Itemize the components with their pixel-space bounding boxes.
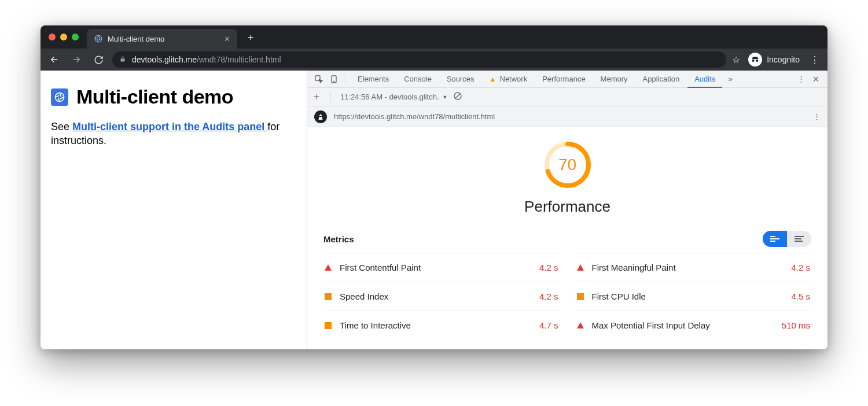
- incognito-indicator[interactable]: Incognito: [748, 53, 800, 67]
- square-icon: [325, 322, 332, 329]
- close-window-button[interactable]: [49, 34, 56, 40]
- metrics-header: Metrics: [323, 231, 811, 253]
- score-gauge: 70 Performance: [323, 140, 811, 216]
- audit-url: https://devtools.glitch.me/wndt78/multic…: [334, 112, 495, 121]
- browser-window: Multi-client demo ✕ ＋ devtools.glitch.me…: [41, 25, 827, 349]
- report-menu-icon[interactable]: ⋮: [813, 112, 821, 121]
- maximize-window-button[interactable]: [72, 34, 79, 40]
- close-devtools-icon[interactable]: ✕: [809, 75, 823, 84]
- tab-audits[interactable]: Audits: [687, 71, 722, 88]
- lock-icon: [119, 56, 126, 64]
- metric-row[interactable]: Max Potential First Input Delay510 ms: [576, 311, 812, 339]
- page-content: Multi-client demo See Multi-client suppo…: [41, 71, 307, 349]
- metrics-column-left: First Contentful Paint4.2 sSpeed Index4.…: [323, 253, 560, 339]
- metric-name: First Contentful Paint: [340, 263, 531, 272]
- svg-point-0: [95, 35, 102, 42]
- view-expanded-button[interactable]: [763, 231, 787, 247]
- view-compact-button[interactable]: [787, 231, 811, 247]
- minimize-window-button[interactable]: [60, 34, 67, 40]
- metric-row[interactable]: First Contentful Paint4.2 s: [323, 253, 560, 282]
- square-icon: [325, 293, 332, 300]
- incognito-icon: [748, 53, 762, 67]
- toolbar: devtools.glitch.me/wndt78/multiclient.ht…: [41, 49, 827, 71]
- score-value: 70: [543, 140, 593, 190]
- forward-button[interactable]: [68, 51, 84, 68]
- svg-point-2: [56, 93, 64, 101]
- inspect-element-icon[interactable]: [312, 72, 326, 86]
- window-controls: [49, 34, 79, 40]
- new-audit-button[interactable]: ＋: [312, 91, 321, 103]
- metric-value: 4.5 s: [791, 291, 810, 301]
- metric-value: 510 ms: [782, 320, 810, 330]
- metrics-view-toggle: [763, 231, 811, 247]
- separator: [345, 74, 346, 84]
- dropdown-label: 11:24:56 AM - devtools.glitch.: [340, 93, 439, 101]
- browser-tab[interactable]: Multi-client demo ✕: [87, 29, 237, 49]
- device-toggle-icon[interactable]: [327, 72, 341, 86]
- metric-row[interactable]: First Meaningful Paint4.2 s: [576, 253, 812, 282]
- metric-name: First Meaningful Paint: [592, 263, 784, 272]
- separator: [330, 92, 331, 102]
- metric-row[interactable]: First CPU Idle4.5 s: [576, 282, 812, 311]
- browser-menu-icon[interactable]: ⋮: [808, 54, 822, 65]
- chevron-down-icon: ▼: [443, 94, 448, 100]
- bookmark-icon[interactable]: ☆: [732, 54, 740, 65]
- close-tab-icon[interactable]: ✕: [224, 35, 230, 43]
- audit-body: 70 Performance Metrics: [307, 127, 827, 349]
- devtools-panel: Elements Console Sources ▲Network Perfor…: [307, 71, 827, 349]
- metrics-grid: First Contentful Paint4.2 sSpeed Index4.…: [323, 253, 811, 339]
- metrics-column-right: First Meaningful Paint4.2 sFirst CPU Idl…: [576, 253, 812, 339]
- audit-report-dropdown[interactable]: 11:24:56 AM - devtools.glitch. ▼: [340, 93, 447, 101]
- metric-value: 4.2 s: [539, 263, 558, 272]
- metrics-label: Metrics: [323, 234, 354, 244]
- tab-sources[interactable]: Sources: [440, 71, 481, 88]
- viewport: Multi-client demo See Multi-client suppo…: [41, 71, 827, 349]
- clear-icon[interactable]: [453, 91, 462, 102]
- titlebar: Multi-client demo ✕ ＋: [41, 25, 827, 49]
- aperture-icon: [94, 34, 103, 43]
- devtools-tabstrip: Elements Console Sources ▲Network Perfor…: [307, 71, 827, 88]
- address-bar[interactable]: devtools.glitch.me/wndt78/multiclient.ht…: [112, 51, 726, 68]
- warning-icon: ▲: [490, 75, 496, 83]
- page-title: Multi-client demo: [76, 86, 233, 108]
- audits-panel-link[interactable]: Multi-client support in the Audits panel: [72, 121, 267, 132]
- metric-name: Speed Index: [340, 291, 531, 301]
- back-button[interactable]: [46, 51, 62, 68]
- text: See: [51, 121, 72, 132]
- devtools-menu-icon[interactable]: ⋮: [794, 72, 808, 86]
- triangle-icon: [577, 322, 584, 329]
- incognito-label: Incognito: [767, 55, 800, 64]
- tab-console[interactable]: Console: [397, 71, 439, 88]
- reload-button[interactable]: [90, 51, 106, 68]
- lighthouse-icon: [314, 110, 327, 123]
- tab-application[interactable]: Application: [636, 71, 687, 88]
- page-heading-row: Multi-client demo: [51, 86, 296, 108]
- square-icon: [577, 293, 584, 300]
- tab-network[interactable]: ▲Network: [483, 71, 535, 88]
- svg-line-7: [455, 94, 460, 98]
- triangle-icon: [325, 264, 332, 271]
- gauge: 70: [543, 140, 593, 190]
- metric-value: 4.2 s: [539, 291, 558, 301]
- new-tab-button[interactable]: ＋: [245, 30, 256, 44]
- tab-memory[interactable]: Memory: [594, 71, 635, 88]
- triangle-icon: [577, 264, 584, 271]
- metric-value: 4.2 s: [791, 263, 810, 272]
- tab-performance[interactable]: Performance: [535, 71, 592, 88]
- tab-elements[interactable]: Elements: [351, 71, 396, 88]
- page-paragraph: See Multi-client support in the Audits p…: [51, 120, 296, 148]
- metric-row[interactable]: Time to Interactive4.7 s: [323, 311, 560, 339]
- more-tabs-icon[interactable]: »: [723, 72, 737, 86]
- url-text: devtools.glitch.me/wndt78/multiclient.ht…: [132, 55, 281, 64]
- metric-name: Time to Interactive: [340, 320, 531, 330]
- toolbar-right: ☆ Incognito ⋮: [732, 53, 822, 67]
- metric-row[interactable]: Speed Index4.2 s: [323, 282, 560, 311]
- aperture-icon: [51, 88, 68, 106]
- audits-toolbar: ＋ 11:24:56 AM - devtools.glitch. ▼: [307, 88, 827, 106]
- metric-value: 4.7 s: [539, 320, 558, 330]
- svg-rect-1: [121, 58, 125, 61]
- metric-name: Max Potential First Input Delay: [592, 320, 774, 330]
- score-title: Performance: [524, 198, 610, 216]
- tab-title: Multi-client demo: [108, 35, 164, 43]
- metric-name: First CPU Idle: [592, 291, 784, 301]
